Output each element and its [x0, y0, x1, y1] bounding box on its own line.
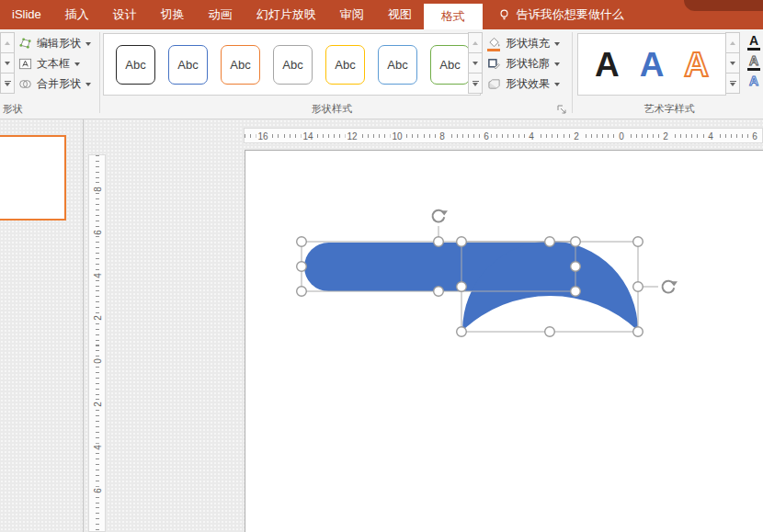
- horizontal-ruler: 1614121086420246: [244, 128, 763, 143]
- triangle-down-icon: [473, 62, 478, 65]
- selection-handle[interactable]: [434, 237, 444, 247]
- ribbon-button-label: 形状轮廓: [506, 56, 550, 72]
- selection-handle[interactable]: [457, 327, 467, 337]
- wordart-style[interactable]: A: [595, 48, 620, 82]
- tab-切换[interactable]: 切换: [149, 0, 197, 29]
- text-box-button[interactable]: 文本框: [17, 54, 91, 74]
- text-effects-button[interactable]: A: [747, 74, 763, 92]
- shape-style-tile-label: Abc: [282, 58, 302, 72]
- ruler-label: 6: [482, 130, 491, 141]
- shapes-group-buttons: 编辑形状 文本框 合并形状: [17, 34, 91, 94]
- selection-handle[interactable]: [434, 287, 444, 297]
- triangle-up-icon: [730, 41, 735, 45]
- window-corner-shadow: [684, 0, 763, 11]
- panel-divider[interactable]: [83, 119, 84, 532]
- tab-iSlide[interactable]: iSlide: [0, 0, 53, 29]
- selection-handle[interactable]: [633, 282, 643, 292]
- selection-handle[interactable]: [571, 262, 581, 272]
- shape-outline-button[interactable]: 形状轮廓: [485, 54, 560, 74]
- shape-style-tile[interactable]: Abc: [168, 45, 208, 85]
- selection-handle[interactable]: [457, 237, 467, 247]
- selection-handle[interactable]: [545, 327, 555, 337]
- text-outline-button[interactable]: A: [747, 54, 763, 72]
- dialog-launcher-icon: [557, 105, 567, 115]
- tab-幻灯片放映[interactable]: 幻灯片放映: [245, 0, 328, 29]
- selection-handle[interactable]: [297, 262, 307, 272]
- gallery-expand-button[interactable]: [725, 73, 740, 94]
- shape-style-tile[interactable]: Abc: [273, 45, 313, 85]
- shape-effects-button[interactable]: 形状效果: [485, 74, 560, 94]
- ruler-label: 10: [390, 130, 404, 141]
- ribbon-tab-label: 设计: [113, 7, 137, 21]
- ruler-label: 0: [92, 357, 102, 365]
- selection-handle[interactable]: [297, 287, 307, 297]
- selection-handle[interactable]: [545, 237, 555, 247]
- tab-视图[interactable]: 视图: [376, 0, 424, 29]
- fill-color-bar: [487, 49, 500, 51]
- gallery-scroll-down-button[interactable]: [725, 52, 740, 74]
- ribbon-button-label: 合并形状: [37, 76, 81, 92]
- shape-style-tile-label: Abc: [439, 58, 460, 72]
- lightbulb-icon: [497, 8, 511, 22]
- tab-插入[interactable]: 插入: [53, 0, 101, 29]
- ruler-label: 4: [527, 130, 536, 141]
- gallery-scroll-down-button[interactable]: [468, 52, 483, 74]
- rotate-handle-icon[interactable]: [433, 210, 448, 222]
- tab-设计[interactable]: 设计: [101, 0, 149, 29]
- dialog-launcher-button[interactable]: [557, 105, 567, 115]
- shape-effects-icon: [485, 76, 502, 92]
- shape-style-tile[interactable]: Abc: [378, 45, 417, 85]
- selection-handle[interactable]: [633, 237, 643, 247]
- expand-bar-icon: [730, 81, 736, 82]
- tab-格式[interactable]: 格式: [424, 4, 483, 29]
- wordart-group-label: 艺术字样式: [575, 102, 763, 116]
- ribbon: 编辑形状 文本框 合并形状 Abc Abc Abc Abc Abc Abc Ab…: [0, 29, 763, 119]
- selection-handle[interactable]: [571, 287, 581, 297]
- merge-shapes-icon: [17, 76, 33, 92]
- tab-动画[interactable]: 动画: [197, 0, 245, 29]
- shape-style-tile[interactable]: Abc: [221, 45, 260, 85]
- gallery-scroll-down-button[interactable]: [0, 52, 15, 74]
- gallery-expand-button[interactable]: [0, 73, 15, 94]
- text-box-icon: [17, 56, 33, 72]
- merge-shapes-button[interactable]: 合并形状: [17, 74, 91, 94]
- ribbon-tab-label: 格式: [441, 9, 465, 23]
- tab-审阅[interactable]: 审阅: [328, 0, 376, 29]
- ruler-label: 2: [92, 401, 102, 408]
- shape-style-tile[interactable]: Abc: [116, 45, 155, 85]
- selection-handle[interactable]: [457, 282, 467, 292]
- tell-me-box[interactable]: 告诉我你想要做什么: [497, 0, 624, 29]
- ribbon-tab-label: 切换: [161, 7, 185, 21]
- ruler-label: 2: [92, 314, 102, 322]
- selection-handle[interactable]: [297, 237, 307, 247]
- ribbon-tab-label: 插入: [65, 7, 89, 21]
- ribbon-tab-label: 动画: [209, 7, 233, 21]
- ruler-label: 4: [92, 444, 102, 451]
- shape-fill-button[interactable]: 形状填充: [485, 34, 560, 53]
- ruler-label: 8: [438, 130, 447, 141]
- selection-handle[interactable]: [571, 237, 581, 247]
- edit-shape-button[interactable]: 编辑形状: [17, 34, 91, 53]
- shape-style-tile-label: Abc: [177, 58, 198, 72]
- tell-me-label: 告诉我你想要做什么: [517, 6, 624, 23]
- slide-thumbnail-selected[interactable]: [0, 135, 66, 221]
- text-fill-button[interactable]: A: [747, 34, 763, 51]
- gallery-scroll-up-button[interactable]: [468, 32, 483, 53]
- gallery-expand-button[interactable]: [468, 73, 483, 94]
- rotate-handle-icon[interactable]: [663, 281, 678, 293]
- ribbon-tab-bar: iSlide 插入 设计 切换 动画 幻灯片放映 审阅 视图 格式 告诉我你想要…: [0, 0, 763, 29]
- shape-style-tile[interactable]: Abc: [430, 45, 470, 85]
- triangle-down-icon: [5, 62, 10, 65]
- ribbon-button-label: 形状效果: [506, 76, 550, 92]
- ruler-label: 4: [706, 130, 715, 141]
- wordart-style[interactable]: A: [684, 48, 709, 82]
- wordart-style[interactable]: A: [640, 48, 665, 82]
- triangle-down-icon: [473, 83, 478, 86]
- gallery-scroll-up-button[interactable]: [0, 32, 15, 53]
- selection-handle[interactable]: [633, 327, 643, 337]
- ribbon-button-label: 文本框: [37, 56, 70, 72]
- shapes-overlay: [245, 150, 763, 532]
- chevron-down-icon: [74, 62, 80, 66]
- gallery-scroll-up-button[interactable]: [725, 32, 740, 53]
- shape-style-tile[interactable]: Abc: [325, 45, 365, 85]
